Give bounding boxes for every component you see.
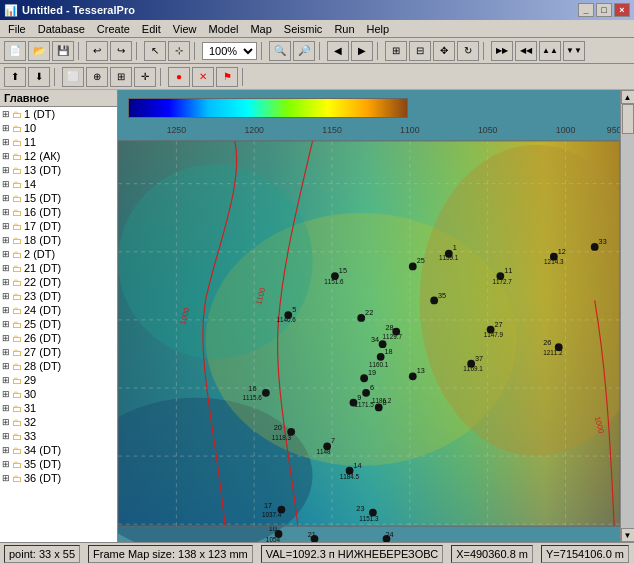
save-button[interactable]: 💾 (52, 41, 74, 61)
tree-item-2dt[interactable]: ⊞ 🗀 2 (DT) (0, 247, 117, 261)
well-18[interactable] (377, 353, 385, 361)
tree-item-18dt[interactable]: ⊞ 🗀 18 (DT) (0, 233, 117, 247)
well-25[interactable] (409, 262, 417, 270)
tree-label-1dt: 1 (DT) (24, 108, 55, 120)
zoom-out-button[interactable]: 🔎 (293, 41, 315, 61)
map-svg[interactable]: 1250 1200 1150 1100 1050 1000 950 1000 (118, 90, 620, 542)
tree-item-15dt[interactable]: ⊞ 🗀 15 (DT) (0, 191, 117, 205)
tree-item-33[interactable]: ⊞ 🗀 33 (0, 429, 117, 443)
expand-icon-25dt: ⊞ (2, 319, 12, 329)
menu-database[interactable]: Database (32, 22, 91, 36)
open-button[interactable]: 📂 (28, 41, 50, 61)
scroll-up-btn[interactable]: ▲ (621, 90, 635, 104)
tree-item-23dt[interactable]: ⊞ 🗀 23 (DT) (0, 289, 117, 303)
rotate-button[interactable]: ↻ (457, 41, 479, 61)
menu-help[interactable]: Help (361, 22, 396, 36)
menu-map[interactable]: Map (244, 22, 277, 36)
tree-header: Главное (0, 90, 117, 107)
tree-label-29: 29 (24, 374, 36, 386)
tree-item-24dt[interactable]: ⊞ 🗀 24 (DT) (0, 303, 117, 317)
tools3[interactable]: ▲▲ (539, 41, 561, 61)
well-19[interactable] (360, 374, 368, 382)
tree-item-29[interactable]: ⊞ 🗀 29 (0, 373, 117, 387)
status-point-label: point: 33 x 55 (9, 548, 75, 560)
well-33[interactable] (591, 243, 599, 251)
menu-run[interactable]: Run (328, 22, 360, 36)
minimize-button[interactable]: _ (578, 3, 594, 17)
prev-button[interactable]: ◀ (327, 41, 349, 61)
tree-item-10[interactable]: ⊞ 🗀 10 (0, 121, 117, 135)
tree-item-11[interactable]: ⊞ 🗀 11 (0, 135, 117, 149)
status-frame-label: Frame Map size: 138 x 123 mm (93, 548, 248, 560)
grid-button[interactable]: ⊟ (409, 41, 431, 61)
zoom-in-button[interactable]: 🔍 (269, 41, 291, 61)
tree-item-31[interactable]: ⊞ 🗀 31 (0, 401, 117, 415)
pan-cross-btn[interactable]: ⊞ (110, 67, 132, 87)
menu-view[interactable]: View (167, 22, 203, 36)
menu-create[interactable]: Create (91, 22, 136, 36)
tree-item-32[interactable]: ⊞ 🗀 32 (0, 415, 117, 429)
arrow-up-btn[interactable]: ⬆ (4, 67, 26, 87)
tree-item-13dt[interactable]: ⊞ 🗀 13 (DT) (0, 163, 117, 177)
tools4[interactable]: ▼▼ (563, 41, 585, 61)
arrow-down-btn[interactable]: ⬇ (28, 67, 50, 87)
red-dot-btn[interactable]: ● (168, 67, 190, 87)
well-8[interactable] (375, 404, 383, 412)
tree-item-14[interactable]: ⊞ 🗀 14 (0, 177, 117, 191)
close-button[interactable]: × (614, 3, 630, 17)
tree-item-28dt[interactable]: ⊞ 🗀 28 (DT) (0, 359, 117, 373)
tree-item-35dt[interactable]: ⊞ 🗀 35 (DT) (0, 457, 117, 471)
tree-item-12ak[interactable]: ⊞ 🗀 12 (АК) (0, 149, 117, 163)
zoom-select[interactable]: 100% 50% 200% (202, 42, 257, 60)
tree-item-21dt[interactable]: ⊞ 🗀 21 (DT) (0, 261, 117, 275)
toolbar-row2: ⬆ ⬇ ⬜ ⊕ ⊞ ✛ ● ✕ ⚑ (0, 64, 634, 90)
tree-item-27dt[interactable]: ⊞ 🗀 27 (DT) (0, 345, 117, 359)
vertical-scrollbar[interactable]: ▲ ▼ (620, 90, 634, 542)
tree-item-17dt[interactable]: ⊞ 🗀 17 (DT) (0, 219, 117, 233)
scroll-thumb[interactable] (622, 104, 634, 134)
svg-text:1200: 1200 (244, 125, 264, 135)
scroll-down-btn[interactable]: ▼ (621, 528, 635, 542)
tree-label-15dt: 15 (DT) (24, 192, 61, 204)
flag-btn[interactable]: ⚑ (216, 67, 238, 87)
menu-file[interactable]: File (2, 22, 32, 36)
well-16[interactable] (262, 389, 270, 397)
next-button[interactable]: ▶ (351, 41, 373, 61)
tree-item-36dt[interactable]: ⊞ 🗀 36 (DT) (0, 471, 117, 485)
tree-item-1dt[interactable]: ⊞ 🗀 1 (DT) (0, 107, 117, 121)
tree-item-34dt[interactable]: ⊞ 🗀 34 (DT) (0, 443, 117, 457)
well-6[interactable] (362, 389, 370, 397)
tree-label-2dt: 2 (DT) (24, 248, 55, 260)
pan-button[interactable]: ✥ (433, 41, 455, 61)
tree-item-26dt[interactable]: ⊞ 🗀 26 (DT) (0, 331, 117, 345)
menu-edit[interactable]: Edit (136, 22, 167, 36)
tools2[interactable]: ◀◀ (515, 41, 537, 61)
well-22[interactable] (357, 314, 365, 322)
scroll-track[interactable] (621, 104, 634, 528)
fit-button[interactable]: ⊞ (385, 41, 407, 61)
tools1[interactable]: ▶▶ (491, 41, 513, 61)
expand-icon-22dt: ⊞ (2, 277, 12, 287)
red-x-btn[interactable]: ✕ (192, 67, 214, 87)
well-35[interactable] (430, 297, 438, 305)
well-13[interactable] (409, 372, 417, 380)
select-tool[interactable]: ⊹ (168, 41, 190, 61)
menu-model[interactable]: Model (202, 22, 244, 36)
menu-seismic[interactable]: Seismic (278, 22, 329, 36)
zoom-rect-btn[interactable]: ⬜ (62, 67, 84, 87)
new-button[interactable]: 📄 (4, 41, 26, 61)
folder-icon-31: 🗀 (12, 403, 22, 414)
cross-btn[interactable]: ✛ (134, 67, 156, 87)
tree-item-16dt[interactable]: ⊞ 🗀 16 (DT) (0, 205, 117, 219)
maximize-button[interactable]: □ (596, 3, 612, 17)
well-34[interactable] (379, 340, 387, 348)
tree-item-30[interactable]: ⊞ 🗀 30 (0, 387, 117, 401)
tree-label-35dt: 35 (DT) (24, 458, 61, 470)
tree-item-22dt[interactable]: ⊞ 🗀 22 (DT) (0, 275, 117, 289)
undo-button[interactable]: ↩ (86, 41, 108, 61)
map-container[interactable]: 1250 1200 1150 1100 1050 1000 950 1000 (118, 90, 620, 542)
redo-button[interactable]: ↪ (110, 41, 132, 61)
arrow-tool[interactable]: ↖ (144, 41, 166, 61)
zoom-plus-btn[interactable]: ⊕ (86, 67, 108, 87)
tree-item-25dt[interactable]: ⊞ 🗀 25 (DT) (0, 317, 117, 331)
